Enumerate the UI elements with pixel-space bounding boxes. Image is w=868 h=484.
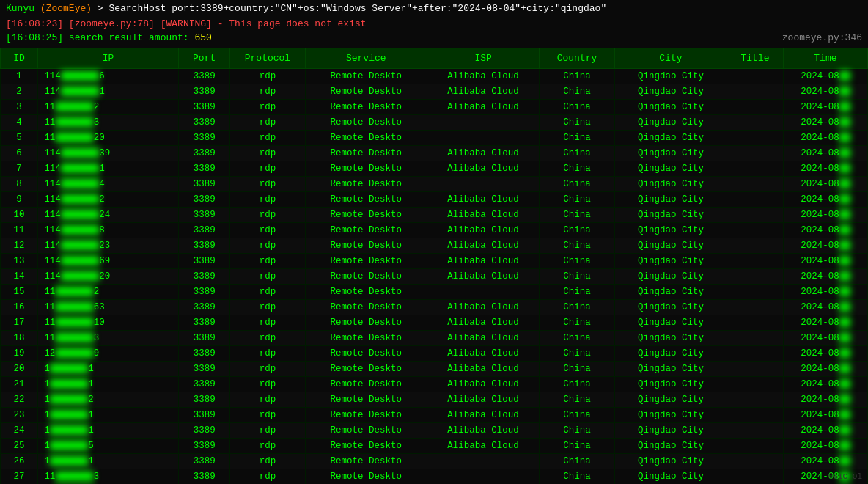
results-table: ID IP Port Protocol Service ISP Country … bbox=[0, 48, 868, 484]
cell-port: 3389 bbox=[178, 254, 229, 269]
cell-protocol: rdp bbox=[230, 377, 305, 392]
col-service: Service bbox=[305, 48, 427, 69]
info-container: [16:08:25] search result amount: 650 zoo… bbox=[0, 31, 868, 45]
cell-city: Qingdao City bbox=[614, 362, 727, 377]
cell-port: 3389 bbox=[178, 192, 229, 208]
cell-country: China bbox=[540, 315, 614, 331]
cell-service: Remote Deskto bbox=[305, 146, 427, 161]
table-row: 25 1███████5 3389 rdp Remote Deskto Alib… bbox=[1, 439, 868, 454]
table-row: 11 114███████8 3389 rdp Remote Deskto Al… bbox=[1, 223, 868, 238]
cell-ip: 11███████3 bbox=[38, 469, 179, 485]
warning-source: [zoomeye.py:78] bbox=[69, 18, 155, 29]
ip-blurred: ███████ bbox=[55, 302, 94, 312]
cell-isp: Alibaba Cloud bbox=[427, 100, 539, 115]
cell-time: 2024-08██ bbox=[783, 115, 867, 131]
table-row: 27 11███████3 3389 rdp Remote Deskto Chi… bbox=[1, 469, 868, 485]
cell-protocol: rdp bbox=[230, 362, 305, 377]
table-row: 15 11███████2 3389 rdp Remote Deskto Chi… bbox=[1, 285, 868, 300]
cell-time: 2024-08██ bbox=[783, 362, 867, 377]
cell-isp: Alibaba Cloud bbox=[427, 238, 539, 254]
cell-title bbox=[727, 285, 784, 300]
time-blurred: ██ bbox=[839, 379, 850, 389]
cell-ip: 11███████10 bbox=[38, 315, 179, 331]
ip-blurred: ███████ bbox=[55, 117, 94, 128]
cell-port: 3389 bbox=[178, 161, 229, 177]
cell-service: Remote Deskto bbox=[305, 115, 427, 131]
ip-blurred: ███████ bbox=[61, 271, 100, 282]
table-row: 20 1███████1 3389 rdp Remote Deskto Alib… bbox=[1, 362, 868, 377]
cell-ip: 1███████1 bbox=[38, 408, 179, 423]
cell-country: China bbox=[540, 346, 614, 362]
table-row: 6 114███████39 3389 rdp Remote Deskto Al… bbox=[1, 146, 868, 161]
cell-city: Qingdao City bbox=[614, 100, 727, 115]
cell-ip: 1███████1 bbox=[38, 454, 179, 469]
table-row: 4 11███████3 3389 rdp Remote Deskto Chin… bbox=[1, 115, 868, 131]
cell-port: 3389 bbox=[178, 100, 229, 115]
cell-service: Remote Deskto bbox=[305, 454, 427, 469]
cell-title bbox=[727, 269, 784, 285]
prompt-line: Kunyu (ZoomEye) > SearchHost port:3389+c… bbox=[0, 0, 868, 17]
ip-blurred: ███████ bbox=[55, 102, 94, 112]
cell-city: Qingdao City bbox=[614, 192, 727, 208]
cell-service: Remote Deskto bbox=[305, 238, 427, 254]
table-row: 14 114███████20 3389 rdp Remote Deskto A… bbox=[1, 269, 868, 285]
cell-service: Remote Deskto bbox=[305, 392, 427, 408]
warning-level: [WARNING] bbox=[161, 18, 212, 29]
cell-port: 3389 bbox=[178, 300, 229, 315]
cell-isp: Alibaba Cloud bbox=[427, 300, 539, 315]
cell-id: 15 bbox=[1, 285, 38, 300]
cell-city: Qingdao City bbox=[614, 423, 727, 439]
cell-ip: 1███████1 bbox=[38, 362, 179, 377]
col-title: Title bbox=[727, 48, 784, 69]
cell-title bbox=[727, 392, 784, 408]
cell-id: 23 bbox=[1, 408, 38, 423]
cell-time: 2024-08██ bbox=[783, 100, 867, 115]
cell-id: 2 bbox=[1, 84, 38, 100]
cell-country: China bbox=[540, 254, 614, 269]
cell-city: Qingdao City bbox=[614, 377, 727, 392]
cell-city: Qingdao City bbox=[614, 238, 727, 254]
cell-time: 2024-08██ bbox=[783, 408, 867, 423]
cell-city: Qingdao City bbox=[614, 84, 727, 100]
cell-city: Qingdao City bbox=[614, 285, 727, 300]
cell-protocol: rdp bbox=[230, 269, 305, 285]
cell-time: 2024-08██ bbox=[783, 346, 867, 362]
cell-isp: Alibaba Cloud bbox=[427, 377, 539, 392]
cell-title bbox=[727, 115, 784, 131]
cell-port: 3389 bbox=[178, 238, 229, 254]
cell-id: 1 bbox=[1, 69, 38, 84]
cell-ip: 114███████1 bbox=[38, 84, 179, 100]
ip-blurred: ███████ bbox=[61, 225, 100, 235]
cell-id: 3 bbox=[1, 100, 38, 115]
cell-time: 2024-08██ bbox=[783, 315, 867, 331]
time-blurred: ██ bbox=[839, 318, 850, 328]
cell-id: 5 bbox=[1, 131, 38, 146]
cell-country: China bbox=[540, 100, 614, 115]
cell-title bbox=[727, 177, 784, 192]
time-blurred: ██ bbox=[839, 410, 850, 420]
cell-country: China bbox=[540, 362, 614, 377]
cell-country: China bbox=[540, 285, 614, 300]
time-blurred: ██ bbox=[839, 71, 850, 81]
cell-time: 2024-08██ bbox=[783, 300, 867, 315]
cell-title bbox=[727, 100, 784, 115]
ip-blurred: ███████ bbox=[50, 364, 89, 374]
cell-protocol: rdp bbox=[230, 84, 305, 100]
cell-ip: 1███████5 bbox=[38, 439, 179, 454]
cell-port: 3389 bbox=[178, 146, 229, 161]
cell-country: China bbox=[540, 377, 614, 392]
cell-city: Qingdao City bbox=[614, 131, 727, 146]
cell-protocol: rdp bbox=[230, 100, 305, 115]
cell-city: Qingdao City bbox=[614, 254, 727, 269]
cell-country: China bbox=[540, 223, 614, 238]
ip-blurred: ███████ bbox=[55, 348, 94, 359]
cell-protocol: rdp bbox=[230, 454, 305, 469]
cell-title bbox=[727, 408, 784, 423]
cell-city: Qingdao City bbox=[614, 300, 727, 315]
cell-title bbox=[727, 146, 784, 161]
cell-port: 3389 bbox=[178, 377, 229, 392]
time-blurred: ██ bbox=[839, 302, 850, 312]
table-row: 12 114███████23 3389 rdp Remote Deskto A… bbox=[1, 238, 868, 254]
cell-country: China bbox=[540, 269, 614, 285]
cell-protocol: rdp bbox=[230, 192, 305, 208]
